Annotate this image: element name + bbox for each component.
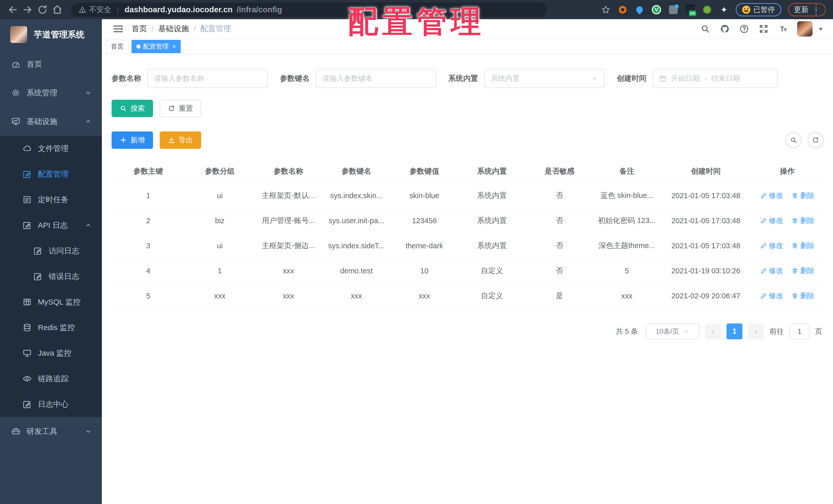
sidebar-logo[interactable]: 芋道管理系统 [0, 19, 102, 50]
breadcrumb-infra[interactable]: 基础设施 [158, 24, 189, 34]
tab-home[interactable]: 首页 [106, 40, 128, 53]
breadcrumb-home[interactable]: 首页 [132, 24, 147, 34]
sidebar-item-file-management[interactable]: 文件管理 [0, 136, 102, 161]
sidebar: 芋道管理系统 首页系统管理基础设施文件管理配置管理定时任务API 日志访问日志错… [0, 19, 102, 504]
sidebar-item-infrastructure[interactable]: 基础设施 [0, 107, 102, 136]
sidebar-item-config-management[interactable]: 配置管理 [0, 161, 102, 187]
builtin-select[interactable]: 系统内置 [484, 69, 604, 88]
edit-link[interactable]: 修改 [760, 266, 783, 276]
table-cell: 主框架页-侧边... [255, 233, 322, 258]
extension-orange-icon[interactable] [618, 5, 628, 15]
update-button[interactable]: 更新 ⋮⋮ [788, 3, 826, 16]
refresh-table-button[interactable] [808, 132, 823, 148]
url-bar[interactable]: 不安全 | dashboard.yudao.iocoder.cn/infra/c… [71, 3, 547, 17]
edit-link[interactable]: 修改 [760, 216, 783, 226]
sidebar-item-log-center[interactable]: 日志中心 [0, 392, 102, 417]
browser-chrome: 不安全 | dashboard.yudao.iocoder.cn/infra/c… [0, 0, 833, 19]
delete-link[interactable]: 删除 [791, 291, 814, 301]
next-page-button[interactable]: › [748, 324, 764, 339]
column-header: 参数名称 [255, 159, 322, 183]
extension-pin-icon[interactable] [635, 5, 645, 15]
reload-icon[interactable] [37, 4, 48, 15]
sidebar-item-redis-monitor[interactable]: Redis 监控 [0, 315, 102, 341]
edit-link[interactable]: 修改 [760, 291, 783, 301]
table-cell: 初始化密码 123... [593, 208, 660, 233]
table-cell: theme-dark [390, 233, 458, 258]
sidebar-item-api-logs[interactable]: API 日志 [0, 212, 102, 238]
active-dot [136, 45, 141, 49]
sidebar-toggle-icon[interactable] [113, 23, 124, 34]
bookmark-star-icon[interactable] [601, 5, 611, 15]
edit-link[interactable]: 修改 [760, 191, 783, 200]
column-header: 操作 [752, 159, 823, 183]
font-size-icon[interactable] [778, 24, 788, 34]
eye-icon [23, 374, 32, 383]
goto-page-input[interactable] [789, 324, 809, 339]
user-menu-caret-icon[interactable]: ▾ [819, 25, 822, 32]
sidebar-item-scheduled-tasks[interactable]: 定时任务 [0, 187, 102, 212]
sidebar-item-mysql-monitor[interactable]: MySQL 监控 [0, 289, 102, 315]
security-status[interactable]: 不安全 [79, 5, 111, 15]
sidebar-item-label: Java 监控 [38, 348, 72, 358]
goto-label: 前往 [769, 327, 784, 336]
param-key-input-wrap [316, 69, 436, 88]
github-icon[interactable] [719, 24, 730, 34]
search-button[interactable]: 搜索 [112, 100, 153, 117]
extension-cn-icon[interactable] [685, 5, 695, 15]
page-size-select[interactable]: 10条/页 [646, 324, 699, 339]
pagination: 共 5 条 10条/页 ‹ 1 › 前往 页 [112, 324, 823, 339]
close-tab-icon[interactable]: × [172, 43, 176, 50]
extension-grid-icon[interactable] [668, 5, 679, 15]
user-avatar[interactable] [797, 21, 812, 36]
edit-link[interactable]: 修改 [760, 241, 783, 251]
profile-paused-badge[interactable]: 已暂停 [736, 3, 781, 16]
extension-v-icon[interactable]: V [651, 5, 662, 15]
sidebar-item-access-logs[interactable]: 访问日志 [0, 238, 102, 263]
search-icon[interactable] [700, 24, 711, 34]
table-cell: 用户管理-账号... [255, 208, 322, 233]
toggle-search-button[interactable] [786, 132, 801, 148]
prev-page-button[interactable]: ‹ [705, 324, 721, 339]
sidebar-item-system-management[interactable]: 系统管理 [0, 78, 102, 107]
reset-button[interactable]: 重置 [160, 100, 201, 117]
home-icon[interactable] [52, 4, 63, 15]
filter-form: 参数名称 参数键名 系统内置 系统内置 创建时间 [112, 69, 823, 88]
export-button[interactable]: 导出 [160, 131, 201, 149]
browser-menu-icon[interactable]: ⋮⋮ [812, 5, 820, 14]
sidebar-item-home[interactable]: 首页 [0, 50, 102, 78]
table-cell-actions: 修改删除 [752, 258, 823, 283]
tab-config-management[interactable]: 配置管理 × [132, 40, 181, 53]
param-name-input[interactable] [154, 74, 261, 83]
delete-link[interactable]: 删除 [791, 191, 814, 200]
fullscreen-icon[interactable] [758, 24, 769, 34]
table-cell: skin-blue [390, 183, 458, 208]
back-icon[interactable] [7, 4, 19, 15]
monitor-icon [23, 349, 32, 358]
table-cell: 否 [526, 233, 593, 258]
delete-link[interactable]: 删除 [791, 216, 814, 226]
date-separator: - [704, 74, 707, 83]
forward-icon[interactable] [22, 4, 33, 15]
update-label: 更新 [794, 5, 809, 15]
sidebar-item-label: 首页 [27, 59, 42, 70]
sidebar-item-tracing[interactable]: 链路追踪 [0, 366, 102, 392]
extension-monkey-icon[interactable] [702, 5, 712, 15]
sidebar-item-java-monitor[interactable]: Java 监控 [0, 341, 102, 366]
table-row: 2biz用户管理-账号...sys.user.init-pa...123456系… [112, 208, 823, 233]
current-page[interactable]: 1 [727, 324, 742, 339]
table-cell: ui [185, 183, 255, 208]
trash-icon [791, 217, 798, 224]
param-key-input[interactable] [323, 74, 429, 83]
delete-link[interactable]: 删除 [791, 266, 814, 276]
sidebar-item-label: 错误日志 [49, 271, 79, 282]
delete-link[interactable]: 删除 [791, 241, 814, 251]
table-cell: 系统内置 [458, 233, 526, 258]
add-button[interactable]: 新增 [112, 131, 153, 149]
extensions-puzzle-icon[interactable]: ✦ [719, 5, 729, 15]
date-range-picker[interactable]: 开始日期 - 结束日期 [652, 69, 778, 88]
table-cell: sys.index.sideT... [322, 233, 390, 258]
sidebar-item-error-logs[interactable]: 错误日志 [0, 263, 102, 289]
sidebar-item-label: 链路追踪 [38, 374, 69, 384]
sidebar-item-dev-tools[interactable]: 研发工具 [0, 417, 102, 446]
help-icon[interactable] [739, 24, 749, 34]
